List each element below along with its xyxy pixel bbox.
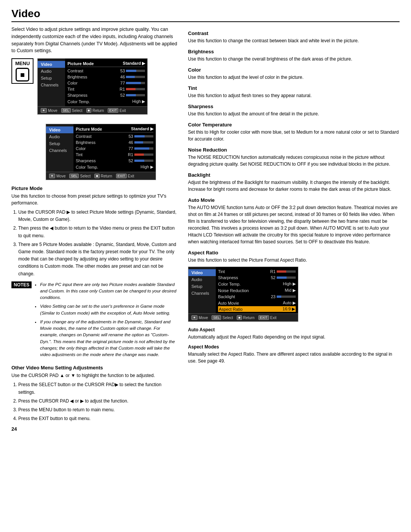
- aspect-sidebar-setup: Setup: [188, 283, 216, 290]
- notes-label: NOTES: [11, 281, 32, 288]
- aspect-sidebar-video: Video: [188, 269, 216, 276]
- menu-screenshot-1: Video Audio Setup Channels Picture Mode …: [37, 58, 148, 115]
- menu-sidebar-2: Video Audio Setup Channels: [46, 124, 73, 172]
- automovie-heading: Auto Movie: [188, 197, 400, 203]
- menu-icon-area: MENU ■ Video Audio Setup Channels: [11, 58, 179, 120]
- contrast-heading: Contrast: [188, 30, 400, 36]
- menu-sidebar-video-2: Video: [46, 126, 73, 133]
- colortemp-heading: Color Temperature: [188, 122, 400, 128]
- noise-text: The NOISE REDUCTION function automatical…: [188, 154, 400, 168]
- aspect-heading: Aspect Ratio: [188, 250, 400, 256]
- menu-footer-1: ✦ Move SEL Select ■ Return EXIT: [38, 106, 147, 114]
- other-video-steps: Press the SELECT button or the CURSOR PA…: [18, 381, 179, 422]
- colortemp-text: Set this to High for cooler color with m…: [188, 129, 400, 142]
- aspect-menu-screenshot: Video Audio Setup Channels Tint R1: [188, 267, 298, 322]
- sharpness-heading: Sharpness: [188, 104, 400, 109]
- menu-header-label-1: Picture Mode: [67, 61, 94, 66]
- picture-mode-heading: Picture Mode: [11, 185, 179, 191]
- note-item-3: If you change any of the adjustments in …: [40, 319, 179, 358]
- menu-row-sharpness-2: Sharpness 52: [76, 158, 153, 164]
- menu-header-row-2: Picture Mode Standard ▶: [76, 126, 153, 133]
- other-video-step-1: Press the SELECT button or the CURSOR PA…: [18, 381, 179, 396]
- left-column: Select Video to adjust picture settings …: [11, 26, 179, 432]
- aspect-row-automovie: Auto Movie Auto ▶: [218, 300, 296, 306]
- automovie-text: The AUTO MOVIE function turns Auto or OF…: [188, 204, 400, 245]
- menu-icon: ■: [16, 68, 29, 81]
- brightness-text: Use this function to change the overall …: [188, 56, 400, 62]
- tint-text: Use this function to adjust flesh tones …: [188, 92, 400, 99]
- page-title: Video: [11, 8, 400, 22]
- aspect-modes-heading: Aspect Modes: [188, 344, 400, 350]
- other-video-heading: Other Video Menu Setting Adjustments: [11, 365, 179, 371]
- menu-row-brightness-1: Brightness 46: [67, 74, 145, 80]
- menu-header-row-1: Picture Mode Standard ▶: [67, 60, 145, 67]
- picture-mode-step-2: Then press the ◀ button to return to the…: [18, 225, 179, 239]
- menu-sidebar-audio-1: Audio: [38, 68, 65, 75]
- auto-aspect-text: Automatically adjust the Aspect Ratio de…: [188, 334, 400, 340]
- intro-text: Select Video to adjust picture settings …: [11, 26, 179, 54]
- aspect-menu-sidebar: Video Audio Setup Channels: [188, 267, 216, 313]
- page-number: 24: [11, 426, 179, 432]
- menu-row-contrast-1: Contrast 53: [67, 68, 145, 74]
- picture-mode-steps: Use the CURSOR PAD ▶ to select Picture M…: [18, 209, 179, 278]
- auto-aspect-heading: Auto Aspect: [188, 327, 400, 332]
- picture-mode-step-1: Use the CURSOR PAD ▶ to select Picture M…: [18, 209, 179, 223]
- menu-content-2: Picture Mode Standard ▶ Contrast 53: [73, 124, 156, 172]
- tint-heading: Tint: [188, 85, 400, 91]
- aspect-sidebar-channels: Channels: [188, 290, 216, 297]
- menu-sidebar-audio-2: Audio: [46, 133, 73, 140]
- aspect-row-tint: Tint R1: [218, 268, 296, 275]
- color-text: Use this function to adjust the level of…: [188, 74, 400, 81]
- menu-row-tint-2: Tint R1: [76, 152, 153, 158]
- footer-move-1: ✦ Move: [41, 108, 57, 113]
- right-column: Contrast Use this function to change the…: [188, 26, 400, 432]
- other-video-step-3: Press the MENU button to return to main …: [18, 406, 179, 414]
- menu-sidebar-channels-1: Channels: [38, 81, 65, 88]
- picture-mode-intro: Use this function to choose from preset …: [11, 193, 179, 206]
- menu-row-colortemp-2: Color Temp. High ▶: [76, 164, 153, 170]
- menu-sidebar-setup-2: Setup: [46, 140, 73, 147]
- menu-screenshot-2: Video Audio Setup Channels Picture Mode …: [46, 124, 156, 180]
- other-video-intro: Use the CURSOR PAD ▲ or ▼ to highlight t…: [11, 372, 179, 379]
- color-heading: Color: [188, 67, 400, 73]
- brightness-heading: Brightness: [188, 49, 400, 54]
- picture-mode-step-3: There are 5 Picture Modes available : Dy…: [18, 241, 179, 278]
- aspect-text: Use this function to select the Picture …: [188, 257, 400, 264]
- aspect-screenshot-wrap: Video Audio Setup Channels Tint R1: [188, 267, 400, 322]
- menu-row-tint-1: Tint R1: [67, 86, 145, 92]
- menu-header-value-1: Standard ▶: [123, 61, 145, 66]
- menu-sidebar-1: Video Audio Setup Channels: [38, 59, 65, 106]
- noise-heading: Noise Reduction: [188, 147, 400, 153]
- aspect-modes-text: Manually select the Aspect Ratio. There …: [188, 351, 400, 364]
- aspect-row-noise: Noise Reduction Mid ▶: [218, 287, 296, 294]
- aspect-row-aspectratio: Aspect Ratio 16:9 ▶: [218, 306, 296, 312]
- menu-header-label-2: Picture Mode: [76, 127, 102, 131]
- menu-content-1: Picture Mode Standard ▶ Contrast 53: [65, 59, 147, 106]
- note-item-1: For the PC input there are only two Pict…: [40, 281, 179, 301]
- auto-aspect-section: Auto Aspect Automatically adjust the Asp…: [188, 327, 400, 340]
- menu-sidebar-video-1: Video: [38, 61, 65, 68]
- backlight-heading: Backlight: [188, 172, 400, 178]
- aspect-menu-content: Tint R1 Sharpness 52: [216, 267, 298, 313]
- footer-return-1: ■ Return: [86, 108, 104, 113]
- aspect-modes-section: Aspect Modes Manually select the Aspect …: [188, 344, 400, 364]
- aspect-row-backlight: Backlight 23: [218, 294, 296, 300]
- menu-sidebar-channels-2: Channels: [46, 147, 73, 154]
- menu-row-colortemp-1: Color Temp. High ▶: [67, 98, 145, 105]
- footer-select-1: SEL Select: [61, 108, 83, 113]
- menu-row-sharpness-1: Sharpness 52: [67, 92, 145, 98]
- aspect-row-colortemp: Color Temp. High ▶: [218, 281, 296, 287]
- notes-content: For the PC input there are only two Pict…: [35, 281, 179, 361]
- aspect-row-sharpness: Sharpness 52: [218, 275, 296, 281]
- other-video-step-2: Press the CURSOR PAD ◀ or ▶ to adjust th…: [18, 398, 179, 405]
- menu-row-color-1: Color 77: [67, 80, 145, 86]
- other-video-step-4: Press the EXIT button to quit menu.: [18, 415, 179, 422]
- menu-row-color-2: Color 77: [76, 145, 153, 152]
- menu-sidebar-setup-1: Setup: [38, 75, 65, 81]
- menu-row-brightness-2: Brightness 46: [76, 139, 153, 145]
- menu-row-contrast-2: Contrast 53: [76, 133, 153, 139]
- note-item-2: Video Setting can be set to the user's p…: [40, 303, 179, 316]
- sharpness-text: Use this function to adjust the amount o…: [188, 110, 400, 117]
- contrast-text: Use this function to change the contrast…: [188, 37, 400, 44]
- backlight-text: Adjust the brightness of the Backlight f…: [188, 179, 400, 193]
